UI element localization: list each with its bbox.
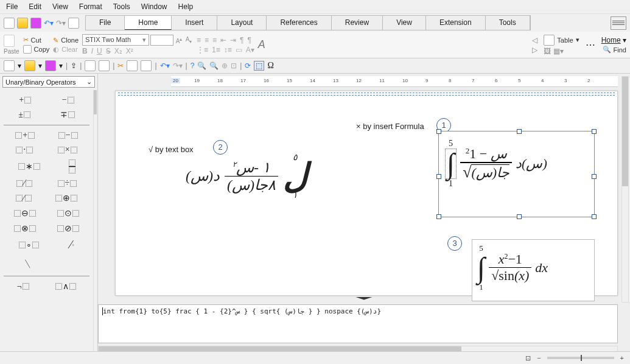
grow-font-icon[interactable]: A▴ [175, 36, 183, 44]
tb-save-icon[interactable] [45, 60, 56, 71]
print-icon[interactable] [68, 18, 79, 29]
tb-help-icon[interactable]: ? [191, 61, 195, 70]
zoom-in-icon[interactable]: + [620, 354, 624, 362]
bullets-icon[interactable]: ⋮≡ [197, 46, 208, 54]
menu-edit[interactable]: Edit [29, 2, 41, 11]
copy-button[interactable]: Copy [23, 45, 50, 54]
tb-preview-icon[interactable] [99, 60, 110, 71]
op-div[interactable]: ÷ [58, 178, 77, 188]
tab-tools[interactable]: Tools [486, 16, 530, 30]
op-otimes[interactable]: ⊗ [14, 223, 36, 234]
open-icon[interactable] [17, 18, 28, 29]
tb-zoom100-icon[interactable]: ⊕ [222, 61, 228, 70]
tb-zoomout-icon[interactable]: 🔍 [209, 61, 219, 70]
zoom-fit-icon[interactable]: ⊡ [525, 354, 531, 362]
font-size-combo[interactable] [150, 35, 173, 46]
formula-object-1[interactable]: 5 ∫ 1 2س − 1 √(س)جا د(س) [438, 131, 595, 217]
op-minus[interactable]: − [62, 95, 74, 105]
op-times[interactable]: × [58, 145, 77, 155]
superscript-icon[interactable]: X² [126, 47, 133, 55]
op-odot[interactable]: ⊙ [57, 208, 79, 219]
op-bplus[interactable]: + [15, 130, 35, 140]
tb-undo-icon[interactable]: ↶▾ [160, 61, 170, 70]
formula-object-3[interactable]: 5 ∫ 1 x2−1 √sin(x) dx [472, 239, 595, 301]
underline-icon[interactable]: U [97, 47, 102, 55]
ribbon-menu-icon[interactable] [611, 16, 626, 30]
paste-icon[interactable] [4, 35, 15, 47]
zoom-slider[interactable] [547, 357, 614, 359]
border-icon[interactable]: ▦▾ [553, 47, 564, 55]
subscript-icon[interactable]: X₂ [114, 47, 122, 55]
tb-copy-icon[interactable] [127, 60, 138, 71]
font-name-combo[interactable]: STIX Two Math ▾ [82, 34, 149, 46]
tb-export-icon[interactable]: ⇪ [71, 61, 77, 70]
op-neg[interactable]: ¬ [17, 281, 29, 292]
strike-icon[interactable]: S̶ [106, 47, 111, 55]
op-bslash[interactable]: ∕ [16, 193, 32, 203]
tab-home[interactable]: Home [125, 16, 172, 30]
op-bminus[interactable]: − [58, 130, 78, 140]
op-mp[interactable]: ∓ [60, 110, 75, 120]
italic-icon[interactable]: I [91, 47, 93, 55]
tab-view[interactable]: View [383, 16, 426, 30]
tab-review[interactable]: Review [332, 16, 383, 30]
new-doc-icon[interactable] [4, 18, 15, 29]
category-dropdown[interactable]: Unary/Binary Operators⌄ [2, 76, 95, 88]
op-widebslash[interactable]: ﹨ [23, 256, 33, 271]
highlight-icon[interactable]: ▭ [236, 46, 242, 54]
more-icon[interactable]: ⋯ [586, 39, 595, 51]
fontcolor-icon[interactable]: A▾ [246, 46, 254, 54]
op-oslash[interactable]: ⊘ [57, 223, 79, 234]
tab-layout[interactable]: Layout [217, 16, 267, 30]
tab-extension[interactable]: Extension [426, 16, 486, 30]
tab-file[interactable]: File [86, 16, 125, 30]
menu-tools[interactable]: Tools [113, 2, 130, 11]
op-pm[interactable]: ± [18, 110, 30, 120]
op-ominus[interactable]: ⊖ [14, 208, 36, 219]
op-cdot[interactable]: · [16, 145, 33, 155]
op-frac[interactable] [69, 159, 75, 173]
shrink-font-icon[interactable]: A▾ [184, 36, 193, 44]
menu-file[interactable]: File [6, 2, 18, 11]
tb-refresh-icon[interactable]: ⟳ [245, 61, 251, 70]
tb-omega-icon[interactable]: Ω [267, 61, 273, 71]
table-button[interactable]: Table ▾ [544, 35, 579, 46]
op-ast[interactable]: ∗ [18, 159, 40, 173]
document-page[interactable]: × by insert Formula 1 √ by text box 2 5 … [115, 91, 618, 296]
horizontal-ruler[interactable]: 20 19 18 17 16 15 14 13 12 11 10 9 8 7 6… [171, 76, 618, 87]
tab-references[interactable]: References [267, 16, 331, 30]
styles-icon[interactable]: A [258, 38, 265, 51]
menu-window[interactable]: Window [141, 2, 167, 11]
op-plus[interactable]: + [19, 95, 31, 105]
tb-zoomin-icon[interactable]: 🔍 [197, 61, 206, 70]
clear-button[interactable]: ◐Clear [53, 46, 79, 54]
menu-format[interactable]: Format [79, 2, 102, 11]
tb-cursor-icon[interactable]: ⬚ [254, 61, 264, 71]
tb-redo-icon[interactable]: ↷▾ [173, 61, 183, 70]
nav-left-icon[interactable]: ◁ [532, 36, 537, 44]
tb-zoomfit-icon[interactable]: ⊡ [231, 61, 237, 70]
indent-inc-icon[interactable]: ⇥ [230, 36, 236, 44]
tab-insert[interactable]: Insert [172, 16, 217, 30]
bold-icon[interactable]: B [82, 47, 88, 55]
op-circ[interactable]: ∘ [19, 239, 39, 251]
vertical-scrollbar[interactable] [621, 76, 629, 303]
zoom-out-icon[interactable]: − [537, 354, 541, 362]
save-icon[interactable] [30, 18, 41, 29]
tb-new-icon[interactable] [4, 60, 15, 71]
tb-open-icon[interactable] [24, 60, 35, 71]
tb-paste-icon[interactable] [141, 60, 152, 71]
formula-command-input[interactable]: int from{1} to{5} frac { 1 - {2}^س } { s… [98, 304, 618, 343]
pilcrow-icon[interactable]: ¶ [240, 36, 243, 44]
home-link[interactable]: Home ▾ [601, 36, 626, 44]
clone-button[interactable]: ✎Clone [53, 37, 79, 44]
redo-icon[interactable]: ↷▾ [56, 19, 66, 27]
formula-textbox-2[interactable]: د(س) ١ -س٢ ٨جا(س) ٥ ل ١ [186, 152, 344, 225]
linespace-icon[interactable]: ↕≡ [224, 46, 232, 54]
panel-scrollbar[interactable] [93, 90, 97, 354]
find-button[interactable]: 🔍Find [603, 46, 626, 54]
align-left-icon[interactable]: ≡ [197, 36, 201, 44]
menu-view[interactable]: View [52, 2, 68, 11]
menu-help[interactable]: Help [178, 2, 194, 11]
op-wideslash[interactable]: ⁄▫ [70, 239, 74, 251]
